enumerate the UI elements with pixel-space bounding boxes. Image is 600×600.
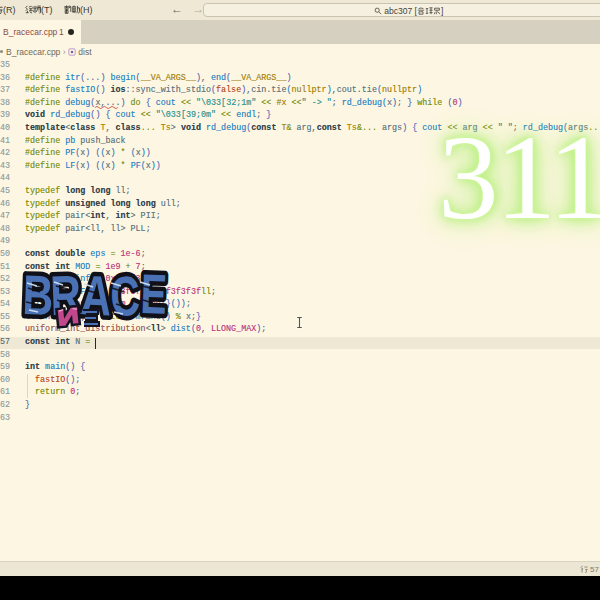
svg-text:E: E xyxy=(140,270,168,325)
svg-text:C: C xyxy=(109,270,141,327)
svg-text:B: B xyxy=(22,270,55,327)
